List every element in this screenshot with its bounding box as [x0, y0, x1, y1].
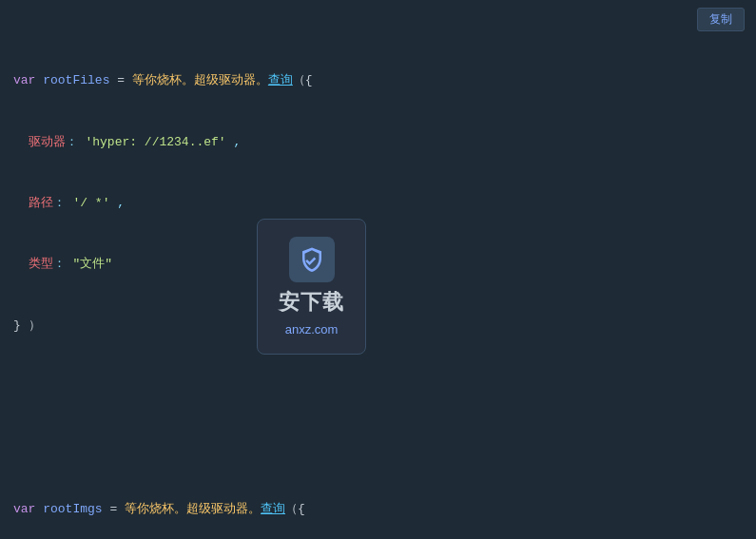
code-line-rootfiles-type: 类型： "文件"	[13, 254, 743, 274]
watermark-overlay: 安下载 anxz.com	[257, 219, 366, 355]
varname-rootfiles: rootFiles	[43, 73, 109, 87]
code-line-rootfiles-driver: 驱动器： 'hyper: //1234..ef' ,	[13, 132, 743, 152]
code-line-rootfiles-decl: var rootFiles = 等你烧杯。超级驱动器。查询（{	[13, 70, 743, 90]
cn-text-1: 等你烧杯。超级驱动器。	[132, 73, 268, 87]
watermark-text-main: 安下载	[279, 288, 344, 317]
code-line-rootfiles-close: } ）	[13, 316, 743, 336]
code-line-rootfiles-path: 路径： '/ *' ,	[13, 193, 743, 213]
query-link-1[interactable]: 查询	[268, 73, 293, 87]
cn-text-2: 等你烧杯。超级驱动器。	[125, 502, 261, 516]
keyword-var-1: var	[13, 73, 35, 87]
code-block: var rootFiles = 等你烧杯。超级驱动器。查询（{ 驱动器： 'hy…	[0, 0, 756, 539]
shield-icon	[298, 245, 326, 274]
varname-rootimgs: rootImgs	[43, 502, 102, 516]
watermark-icon	[289, 237, 335, 282]
watermark-text-sub: anxz.com	[285, 322, 339, 337]
copy-button[interactable]: 复制	[697, 8, 745, 31]
code-spacer-1	[13, 396, 743, 416]
keyword-var-2: var	[13, 502, 35, 516]
code-line-rootimgs-decl: var rootImgs = 等你烧杯。超级驱动器。查询（{	[13, 499, 743, 519]
query-link-2[interactable]: 查询	[261, 502, 285, 516]
